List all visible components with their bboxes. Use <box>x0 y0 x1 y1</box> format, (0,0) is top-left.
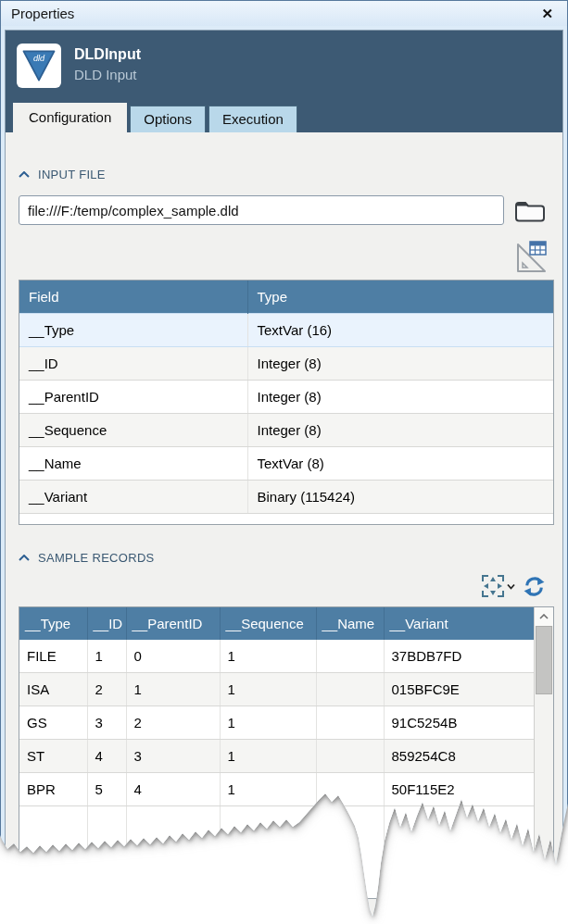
table-row[interactable]: __NameTextVar (8) <box>19 447 553 481</box>
vertical-scrollbar[interactable] <box>534 607 553 898</box>
empty-row <box>19 514 553 525</box>
table-cell <box>316 740 384 773</box>
table-cell: __Name <box>19 447 247 481</box>
table-cell: TextVar (8) <box>247 447 553 481</box>
column-header[interactable]: __Type <box>19 607 87 640</box>
tab-execution[interactable]: Execution <box>208 106 297 132</box>
collapse-chevron-icon <box>19 171 30 178</box>
table-row[interactable]: FILE10137BDB7FD <box>19 640 534 673</box>
section-label: SAMPLE RECORDS <box>38 551 155 565</box>
table-cell: 1 <box>126 673 220 706</box>
table-cell <box>316 706 384 740</box>
refresh-icon <box>523 575 546 598</box>
table-row[interactable]: __SequenceInteger (8) <box>19 414 553 447</box>
table-cell: __ID <box>19 347 247 381</box>
fields-grid: FieldType__TypeTextVar (16)__IDInteger (… <box>19 280 554 525</box>
scrollbar-thumb[interactable] <box>536 626 552 694</box>
table-cell: 3 <box>87 706 126 740</box>
sample-tools-row <box>19 572 548 600</box>
column-header[interactable]: __Sequence <box>220 607 316 640</box>
design-schema-button[interactable] <box>511 238 548 275</box>
table-row[interactable]: BPR54150F115E2 <box>19 773 534 806</box>
table-cell: 1 <box>220 740 316 773</box>
table-cell: FILE <box>19 640 87 673</box>
component-name: DLDInput <box>74 46 141 63</box>
table-cell: Binary (115424) <box>247 481 553 514</box>
table-cell: 1 <box>87 640 126 673</box>
table-cell: 4 <box>126 773 220 806</box>
file-path-input[interactable] <box>19 195 504 225</box>
table-cell: 859254C8 <box>384 740 534 773</box>
column-header[interactable]: __ID <box>87 607 126 640</box>
table-cell: 0 <box>126 640 220 673</box>
scroll-up-button[interactable] <box>535 607 553 626</box>
table-cell: Integer (8) <box>247 381 553 414</box>
component-type: DLD Input <box>74 67 141 82</box>
section-label: INPUT FILE <box>38 168 106 181</box>
component-header: dld DLDInput DLD Input Configuration Opt… <box>6 31 562 132</box>
window-title: Properties <box>11 6 537 21</box>
table-cell: Integer (8) <box>247 347 553 381</box>
table-cell: 4 <box>87 740 126 773</box>
table-cell: __Variant <box>19 481 247 514</box>
table-cell: BPR <box>19 773 87 806</box>
column-header[interactable]: __Variant <box>384 607 534 640</box>
window-body: dld DLDInput DLD Input Configuration Opt… <box>5 30 563 923</box>
table-cell: ST <box>19 740 87 773</box>
table-cell: Integer (8) <box>247 414 553 447</box>
scroll-up-arrow-icon <box>539 614 549 619</box>
empty-row <box>19 806 534 899</box>
table-row[interactable]: ISA211015BFC9E <box>19 673 534 706</box>
table-cell: 1 <box>220 640 316 673</box>
table-cell: 5 <box>87 773 126 806</box>
table-row[interactable]: __VariantBinary (115424) <box>19 481 553 514</box>
input-file-section-header[interactable]: INPUT FILE <box>19 168 549 181</box>
table-cell: 50F115E2 <box>384 773 534 806</box>
table-cell: 3 <box>126 740 220 773</box>
file-path-row <box>19 195 549 225</box>
column-header[interactable]: Field <box>19 281 247 314</box>
fit-columns-button[interactable] <box>479 574 517 598</box>
table-cell: __ParentID <box>19 381 247 414</box>
folder-icon <box>513 198 545 223</box>
tab-configuration[interactable]: Configuration <box>13 103 127 132</box>
refresh-button[interactable] <box>521 575 548 598</box>
column-header[interactable]: __Name <box>316 607 384 640</box>
tab-strip: Configuration Options Execution <box>13 99 551 132</box>
title-bar: Properties ✕ <box>1 1 567 26</box>
sample-records-section-header[interactable]: SAMPLE RECORDS <box>19 551 549 565</box>
table-cell: 1 <box>220 773 316 806</box>
table-cell: 015BFC9E <box>384 673 534 706</box>
table-cell <box>316 640 384 673</box>
table-cell: 1 <box>220 706 316 740</box>
tab-options[interactable]: Options <box>130 106 206 132</box>
dld-component-icon: dld <box>17 44 61 88</box>
dropdown-chevron-icon <box>507 583 515 590</box>
table-cell: 2 <box>126 706 220 740</box>
table-cell <box>316 673 384 706</box>
table-cell: 1 <box>220 673 316 706</box>
table-row[interactable]: __TypeTextVar (16) <box>19 314 553 347</box>
table-cell: __Sequence <box>19 414 247 447</box>
schema-tools-row <box>19 238 548 275</box>
table-cell: ISA <box>19 673 87 706</box>
column-header[interactable]: __ParentID <box>126 607 220 640</box>
table-cell: GS <box>19 706 87 740</box>
table-row[interactable]: __IDInteger (8) <box>19 347 553 381</box>
close-icon[interactable]: ✕ <box>537 5 557 22</box>
browse-file-button[interactable] <box>513 198 545 223</box>
table-row[interactable]: __ParentIDInteger (8) <box>19 381 553 414</box>
collapse-chevron-icon <box>19 555 30 561</box>
table-cell: 37BDB7FD <box>384 640 534 673</box>
table-cell <box>316 773 384 806</box>
set-square-grid-icon <box>511 238 548 275</box>
sample-records-grid: __Type__ID__ParentID__Sequence__Name__Va… <box>19 606 554 899</box>
properties-window: Properties ✕ dld DLDInput DLD Input <box>0 0 568 924</box>
table-row[interactable]: GS32191C5254B <box>19 706 534 740</box>
configuration-panel: INPUT FILE <box>6 132 562 923</box>
table-cell: 91C5254B <box>384 706 534 740</box>
table-cell: TextVar (16) <box>247 314 553 347</box>
table-row[interactable]: ST431859254C8 <box>19 740 534 773</box>
column-header[interactable]: Type <box>247 281 553 314</box>
table-cell: __Type <box>19 314 247 347</box>
